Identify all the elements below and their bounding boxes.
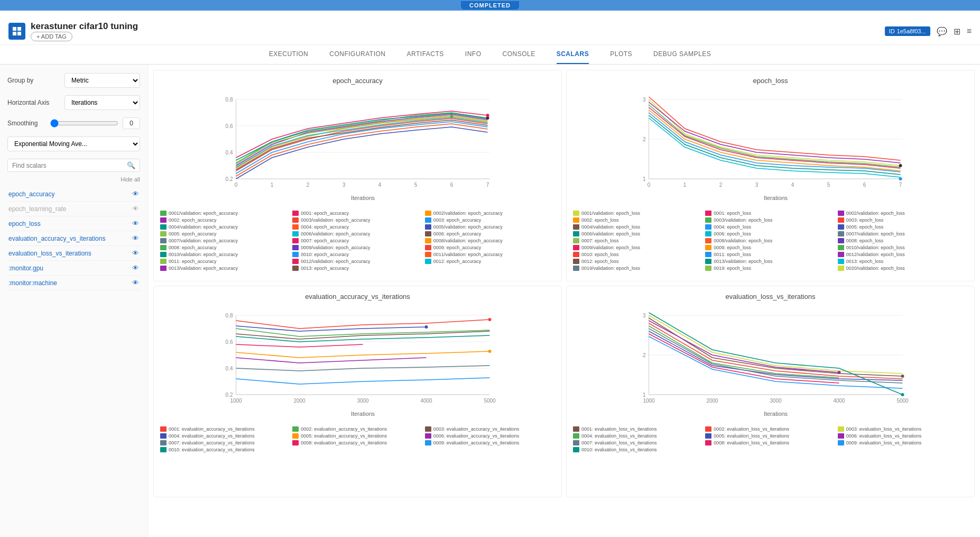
legend-label: 0006: epoch_accuracy (433, 231, 482, 236)
charts-grid: epoch_accuracy 0.8 0.6 0.4 0.2 (153, 70, 975, 497)
legend-color (573, 259, 579, 264)
svg-text:4000: 4000 (833, 398, 845, 404)
smoothing-type-select[interactable]: Exponential Moving Ave... (7, 136, 140, 151)
legend-label: 0006: epoch_loss (714, 231, 751, 236)
scalar-visibility-toggle[interactable]: 👁 (132, 234, 139, 242)
svg-text:1000: 1000 (643, 398, 655, 404)
menu-icon[interactable]: ≡ (967, 26, 972, 36)
scalar-item[interactable]: epoch_loss 👁 (7, 216, 140, 231)
svg-text:2: 2 (643, 136, 646, 142)
scalar-item[interactable]: :monitor.gpu 👁 (7, 261, 140, 276)
legend-label: 0008/validation: epoch_accuracy (433, 238, 503, 243)
scalar-visibility-toggle[interactable]: 👁 (132, 205, 139, 213)
tab-debug-samples[interactable]: DEBUG SAMPLES (653, 50, 711, 64)
legend-label: 0002: epoch_accuracy (169, 217, 217, 223)
legend-label: 0004: evaluation_accuracy_vs_iterations (169, 433, 255, 439)
scalar-visibility-toggle[interactable]: 👁 (132, 249, 139, 257)
legend-label: 0010: epoch_accuracy (301, 252, 349, 257)
legend-item: 0009: epoch_accuracy (425, 244, 555, 251)
svg-text:Iterations: Iterations (351, 195, 375, 201)
legend-color (838, 440, 844, 445)
legend-label: 0009: evaluation_loss_vs_iterations (846, 440, 922, 445)
tab-info[interactable]: INFO (465, 50, 482, 64)
svg-text:1000: 1000 (230, 398, 242, 404)
smoothing-slider[interactable] (50, 119, 118, 128)
tab-console[interactable]: CONSOLE (503, 50, 535, 64)
scalar-visibility-toggle[interactable]: 👁 (132, 279, 139, 287)
search-icon: 🔍 (127, 161, 135, 169)
svg-text:3000: 3000 (357, 398, 369, 404)
nav-tabs: EXECUTIONCONFIGURATIONARTIFACTSINFOCONSO… (0, 45, 980, 65)
legend-color (292, 266, 299, 271)
legend-label: 0007/validation: epoch_loss (846, 231, 905, 236)
svg-point-25 (450, 115, 454, 118)
view-icon[interactable]: ⊞ (954, 26, 960, 37)
hide-all[interactable]: Hide all (7, 176, 140, 183)
legend-color (292, 211, 299, 216)
legend-label: 0003/validation: epoch_loss (714, 217, 772, 223)
add-tag-button[interactable]: + ADD TAG (31, 32, 72, 41)
tab-configuration[interactable]: CONFIGURATION (329, 50, 385, 64)
legend-color (838, 211, 844, 216)
legend-label: 0003: evaluation_accuracy_vs_iterations (433, 426, 520, 432)
legend-label: 0010: epoch_loss (581, 252, 619, 257)
tab-artifacts[interactable]: ARTIFACTS (407, 50, 444, 64)
legend-color (160, 447, 167, 452)
scalar-item[interactable]: epoch_accuracy 👁 (7, 187, 140, 202)
legend-color (160, 231, 167, 236)
legend-label: 0013: epoch_accuracy (301, 266, 349, 271)
legend-label: 0013: epoch_loss (846, 259, 884, 264)
legend-color (292, 238, 299, 243)
tab-execution[interactable]: EXECUTION (269, 50, 309, 64)
scalar-visibility-toggle[interactable]: 👁 (132, 220, 139, 227)
group-by-select[interactable]: Metric (64, 73, 140, 88)
svg-text:5: 5 (414, 182, 418, 188)
svg-text:3: 3 (343, 182, 346, 188)
svg-text:4000: 4000 (420, 398, 432, 404)
svg-text:0.4: 0.4 (226, 150, 233, 156)
legend-item: 0009: evaluation_accuracy_vs_iterations (425, 440, 555, 446)
legend-item: 0004: evaluation_accuracy_vs_iterations (160, 433, 290, 439)
main-layout: Group by Metric Horizontal Axis Iteratio… (0, 65, 980, 537)
svg-text:1: 1 (683, 182, 687, 188)
svg-text:0.6: 0.6 (226, 339, 233, 345)
legend-item: 0008: epoch_accuracy (160, 244, 290, 251)
legend-label: 0012: epoch_loss (581, 259, 619, 264)
scalar-item[interactable]: evaluation_loss_vs_iterations 👁 (7, 246, 140, 261)
legend-color (705, 211, 711, 216)
legend-color (838, 231, 844, 236)
legend-color (160, 266, 167, 271)
legend-color (425, 231, 431, 236)
svg-text:1: 1 (643, 392, 646, 398)
legend-label: 0004/validation: epoch_accuracy (169, 224, 238, 230)
scalar-item[interactable]: epoch_learning_rate 👁 (7, 202, 140, 216)
legend-label: 0006/validation: epoch_loss (581, 231, 640, 236)
tab-plots[interactable]: PLOTS (610, 50, 632, 64)
svg-text:0.6: 0.6 (226, 123, 233, 129)
message-icon[interactable]: 💬 (937, 26, 947, 37)
legend-item: 0008: evaluation_accuracy_vs_iterations (292, 440, 422, 446)
scalar-item[interactable]: evaluation_accuracy_vs_iterations 👁 (7, 231, 140, 246)
scalar-visibility-toggle[interactable]: 👁 (132, 264, 139, 272)
legend-item: 0010: evaluation_loss_vs_iterations (573, 447, 703, 453)
horizontal-axis-select[interactable]: Iterations (64, 95, 140, 110)
legend-color (425, 433, 431, 439)
legend-item: 0007: evaluation_loss_vs_iterations (573, 440, 703, 446)
legend-color (838, 245, 844, 250)
svg-text:0.2: 0.2 (226, 392, 233, 398)
legend-item: 0001: epoch_accuracy (292, 210, 422, 216)
legend-label: 0019/validation: epoch_loss (581, 266, 640, 271)
search-input[interactable] (12, 162, 127, 169)
tab-scalars[interactable]: SCALARS (557, 50, 589, 64)
legend-item: 0002: epoch_loss (573, 217, 703, 223)
legend-label: 0004: epoch_loss (714, 224, 751, 230)
legend-item: 0004: evaluation_loss_vs_iterations (573, 433, 703, 439)
scalar-visibility-toggle[interactable]: 👁 (132, 190, 139, 198)
legend-item: 0004: epoch_accuracy (292, 224, 422, 230)
legend-color (838, 433, 844, 439)
epoch-accuracy-title: epoch_accuracy (160, 77, 555, 85)
scalar-item[interactable]: :monitor:machine 👁 (7, 276, 140, 290)
legend-item: 0001: evaluation_loss_vs_iterations (573, 426, 703, 432)
legend-color (838, 224, 844, 230)
legend-label: 0001: epoch_loss (714, 211, 751, 216)
